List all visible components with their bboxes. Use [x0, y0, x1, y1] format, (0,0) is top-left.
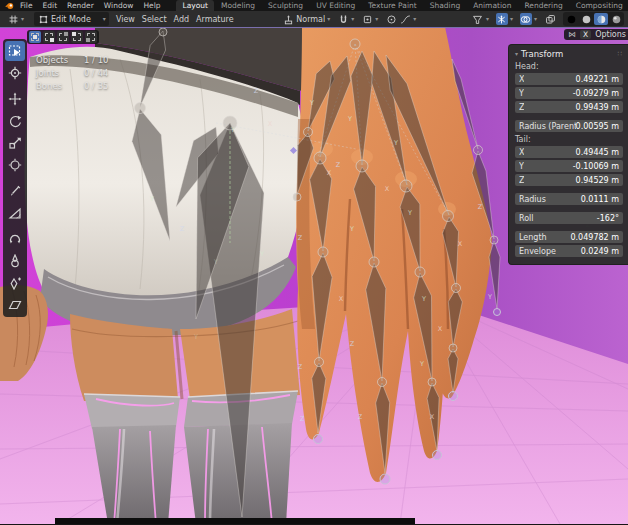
toggle-xray-icon[interactable] — [544, 13, 556, 25]
svg-text:Y: Y — [419, 360, 424, 368]
svg-text:Y: Y — [230, 126, 235, 134]
tab-uv-editing[interactable]: UV Editing — [310, 0, 361, 11]
select-mode-subtract[interactable] — [57, 31, 69, 43]
bottom-strip — [55, 518, 415, 524]
field-radius-parent[interactable]: Radius (Parent0.00595 m — [515, 120, 623, 132]
select-mode-invert[interactable] — [71, 31, 83, 43]
tab-layout[interactable]: Layout — [176, 0, 214, 11]
tool-cursor[interactable] — [5, 63, 25, 83]
select-mode-new[interactable] — [29, 31, 41, 43]
svg-text:X: X — [327, 169, 332, 177]
proportional-falloff-icon — [399, 13, 411, 25]
field-tail-y[interactable]: Y-0.10069 m — [515, 160, 623, 172]
transform-orientation[interactable]: Normal ▾ — [282, 13, 330, 25]
svg-text:Y: Y — [393, 139, 398, 147]
field-head-y[interactable]: Y-0.09279 m — [515, 87, 623, 99]
svg-text:Y: Y — [407, 209, 412, 217]
editor-type-selector[interactable]: ▾ — [4, 12, 27, 26]
3d-viewport[interactable]: ZYYXYYXXYYZYZXYXZZYZZXYZXZYYYZ ⋈ X Optio… — [0, 28, 628, 524]
svg-text:X: X — [458, 240, 463, 248]
svg-text:Z: Z — [478, 203, 483, 211]
menu-view[interactable]: View — [116, 15, 135, 24]
tool-measure[interactable] — [5, 203, 25, 223]
tail-section-label: Tail: — [515, 135, 623, 144]
snap-controls[interactable]: ▾ — [337, 13, 354, 25]
tool-shear[interactable] — [5, 295, 25, 315]
toolbar — [3, 39, 27, 317]
tool-extrude[interactable] — [5, 273, 25, 293]
tool-roll[interactable] — [5, 229, 25, 249]
stats-overlay: Objects1 / 10 Joints0 / 44 Bones0 / 35 — [36, 54, 109, 93]
shading-rendered-icon[interactable] — [609, 13, 623, 25]
object-type-visibility[interactable]: ▾ — [472, 13, 489, 25]
tab-sculpting[interactable]: Sculpting — [262, 0, 309, 11]
field-envelope[interactable]: Envelope0.0249 m — [515, 245, 623, 257]
menu-help[interactable]: Help — [143, 1, 160, 10]
overlays-toggle[interactable]: ▾ — [520, 13, 537, 25]
field-tail-z[interactable]: Z0.94529 m — [515, 174, 623, 186]
tool-scale[interactable] — [5, 133, 25, 153]
head-section-label: Head: — [515, 62, 623, 71]
field-length[interactable]: Length0.049782 m — [515, 231, 623, 243]
topbar: File Edit Render Window Help Layout Mode… — [0, 0, 628, 11]
tab-texture-paint[interactable]: Texture Paint — [362, 0, 422, 11]
visibility-funnel-icon — [472, 13, 484, 25]
select-mode-intersect[interactable] — [85, 31, 97, 43]
proportional-editing[interactable]: ▾ — [385, 13, 416, 25]
chevron-down-icon: ▾ — [510, 16, 513, 22]
mode-selector[interactable]: Edit Mode ▾ — [34, 12, 109, 26]
field-head-x[interactable]: X0.49221 m — [515, 73, 623, 85]
field-tail-x[interactable]: X0.49445 m — [515, 146, 623, 158]
svg-text:Z: Z — [300, 415, 305, 423]
tab-rendering[interactable]: Rendering — [518, 0, 568, 11]
proportional-editing-icon — [385, 13, 397, 25]
pivot-point[interactable]: ▾ — [361, 13, 378, 25]
select-mode-bar — [27, 30, 99, 44]
svg-text:Z: Z — [254, 87, 259, 95]
field-roll[interactable]: Roll-162° — [515, 212, 623, 224]
tool-bone-envelope[interactable] — [5, 251, 25, 271]
tool-rotate[interactable] — [5, 111, 25, 131]
stats-bones: Bones0 / 35 — [36, 80, 109, 93]
shading-wireframe-icon[interactable] — [564, 13, 578, 25]
panel-drag-icon[interactable]: ∷ — [618, 50, 623, 58]
tab-animation[interactable]: Animation — [467, 0, 517, 11]
shading-material-preview-icon[interactable] — [594, 13, 608, 25]
menu-armature[interactable]: Armature — [196, 15, 234, 24]
blender-logo-icon — [5, 2, 14, 10]
tool-transform[interactable] — [5, 155, 25, 175]
menu-file[interactable]: File — [20, 1, 33, 10]
tool-annotate[interactable] — [5, 181, 25, 201]
mirror-x-toggle[interactable]: X — [580, 30, 591, 39]
shading-solid-icon[interactable] — [579, 13, 593, 25]
field-radius[interactable]: Radius0.0111 m — [515, 193, 623, 205]
viewport-header: ▾ Edit Mode ▾ View Select Add Armature N… — [0, 11, 628, 28]
svg-text:Y: Y — [487, 293, 492, 301]
chevron-down-icon: ▾ — [375, 16, 378, 22]
pivot-point-icon — [361, 13, 373, 25]
field-head-z[interactable]: Z0.99439 m — [515, 101, 623, 113]
tab-compositing[interactable]: Compositing — [570, 0, 628, 11]
snap-magnet-icon — [337, 13, 349, 25]
panel-collapse-icon[interactable]: ▾ — [515, 51, 518, 57]
tab-shading[interactable]: Shading — [424, 0, 466, 11]
options-button[interactable]: Options — [595, 30, 626, 39]
svg-text:Y: Y — [213, 258, 218, 266]
menu-render[interactable]: Render — [67, 1, 94, 10]
svg-text:Y: Y — [421, 295, 426, 303]
tool-select-box[interactable] — [5, 41, 25, 61]
menu-edit[interactable]: Edit — [43, 1, 58, 10]
gizmos-toggle[interactable]: ▾ — [496, 13, 513, 25]
stats-joints: Joints0 / 44 — [36, 67, 109, 80]
tab-modeling[interactable]: Modeling — [215, 0, 261, 11]
chevron-down-icon: ▾ — [413, 16, 416, 22]
svg-text:Y: Y — [349, 225, 354, 233]
mirror-butterfly-icon: ⋈ — [568, 30, 576, 39]
menu-window[interactable]: Window — [104, 1, 134, 10]
select-mode-extend[interactable] — [43, 31, 55, 43]
menu-select[interactable]: Select — [142, 15, 167, 24]
overlays-icon — [520, 13, 532, 25]
svg-text:Y: Y — [149, 195, 154, 203]
tool-move[interactable] — [5, 89, 25, 109]
menu-add[interactable]: Add — [174, 15, 190, 24]
